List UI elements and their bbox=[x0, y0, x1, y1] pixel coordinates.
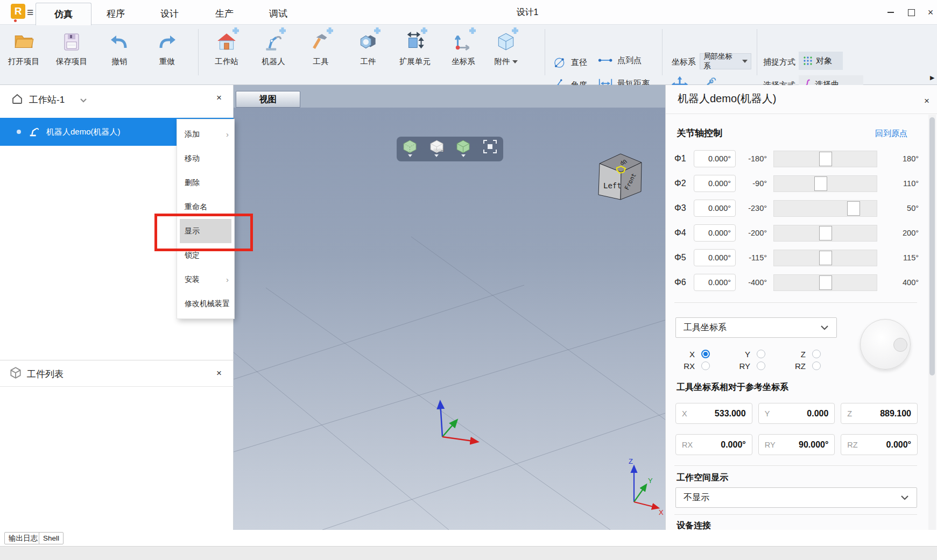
minimize-button[interactable] bbox=[884, 6, 898, 19]
slider-thumb[interactable] bbox=[819, 152, 832, 166]
jog-wheel-knob[interactable] bbox=[893, 338, 907, 352]
view-cube[interactable]: Left Front Up bbox=[595, 147, 645, 204]
workspace-display-select[interactable]: 不显示 bbox=[675, 487, 917, 508]
tab-program[interactable]: 程序 bbox=[89, 8, 143, 20]
close-button[interactable]: × bbox=[924, 6, 937, 19]
return-to-origin-link[interactable]: 回到原点 bbox=[875, 129, 907, 139]
tab-design[interactable]: 设计 bbox=[143, 8, 196, 20]
scrollbar-thumb[interactable] bbox=[929, 117, 935, 375]
radio-icon[interactable] bbox=[701, 361, 710, 370]
menu-item-install[interactable]: 安装› bbox=[180, 267, 231, 292]
create-part-button[interactable]: 工件 bbox=[344, 28, 392, 67]
redo-button[interactable]: 重做 bbox=[143, 28, 191, 67]
create-tool-button[interactable]: 工具 bbox=[297, 28, 344, 67]
menu-item-move[interactable]: 移动 bbox=[180, 146, 231, 171]
axis-radio-y[interactable]: Y bbox=[732, 349, 765, 359]
chevron-down-icon[interactable] bbox=[512, 60, 518, 63]
joint-value-input[interactable]: 0.000° bbox=[694, 249, 736, 266]
axis-radio-z[interactable]: Z bbox=[787, 349, 821, 359]
pose-rx-field[interactable]: RX0.000° bbox=[675, 434, 752, 455]
create-frame-button[interactable]: 坐标系 bbox=[440, 28, 487, 67]
measure-point-to-point-button[interactable]: 点到点 bbox=[597, 55, 642, 66]
shell-tab[interactable]: Shell bbox=[39, 532, 64, 544]
radio-icon[interactable] bbox=[812, 350, 821, 358]
slider-thumb[interactable] bbox=[814, 176, 827, 191]
viewport-canvas[interactable]: Z Y X Solid bbox=[234, 108, 665, 530]
joint-slider[interactable] bbox=[773, 250, 877, 266]
create-attachment-button[interactable]: 附件 bbox=[482, 28, 530, 67]
measure-diameter-button[interactable]: 直径 bbox=[552, 55, 587, 70]
pose-y-field[interactable]: Y0.000 bbox=[758, 403, 835, 424]
slider-thumb[interactable] bbox=[819, 226, 832, 240]
joint-row: Φ5 0.000° -115° 115° bbox=[674, 249, 919, 267]
joint-value-input[interactable]: 0.000° bbox=[694, 224, 736, 242]
pose-ry-field[interactable]: RY90.000° bbox=[758, 434, 835, 455]
coordinate-system-dropdown[interactable]: 局部坐标系 bbox=[700, 53, 751, 69]
tab-production[interactable]: 生产 bbox=[198, 8, 251, 20]
panel-title: 机器人demo(机器人) bbox=[678, 91, 776, 106]
chevron-down-icon bbox=[461, 154, 466, 157]
joint-value-input[interactable]: 0.000° bbox=[694, 200, 736, 217]
shaded-cube-button[interactable] bbox=[456, 139, 470, 157]
submenu-arrow-icon: › bbox=[226, 275, 229, 284]
axis-radio-rz[interactable]: RZ bbox=[787, 361, 821, 371]
axis-radio-rx[interactable]: RX bbox=[677, 361, 710, 371]
slider-thumb[interactable] bbox=[819, 251, 832, 265]
slider-thumb[interactable] bbox=[819, 275, 832, 290]
joint-slider[interactable] bbox=[773, 274, 877, 291]
output-log-tab[interactable]: 输出日志 bbox=[4, 532, 42, 544]
solid-mode-button[interactable]: Solid bbox=[429, 139, 444, 157]
slider-thumb[interactable] bbox=[847, 201, 860, 216]
radio-icon[interactable] bbox=[812, 361, 821, 370]
ribbon-overflow-arrow-icon[interactable]: ▶ bbox=[930, 74, 934, 81]
menu-item-add[interactable]: 添加› bbox=[180, 122, 231, 146]
save-project-button[interactable]: 保存项目 bbox=[48, 28, 95, 67]
panel-close-button[interactable]: × bbox=[924, 96, 929, 107]
undo-button[interactable]: 撤销 bbox=[96, 28, 143, 67]
joint-value-input[interactable]: 0.000° bbox=[694, 150, 736, 167]
chevron-down-icon bbox=[742, 60, 748, 63]
plus-badge-icon bbox=[326, 27, 334, 37]
robot-properties-panel: 机器人demo(机器人) × 关节轴控制 回到原点 Φ1 0.000° -180… bbox=[665, 85, 937, 530]
tab-debug[interactable]: 调试 bbox=[251, 8, 305, 20]
radio-icon[interactable] bbox=[757, 361, 765, 370]
create-robot-button[interactable]: 机器人 bbox=[250, 28, 297, 67]
wireframe-cube-button[interactable] bbox=[403, 139, 417, 157]
joint-value-input[interactable]: 0.000° bbox=[694, 274, 736, 291]
section-divider bbox=[674, 302, 917, 303]
parts-list-close-button[interactable]: × bbox=[216, 368, 222, 379]
plus-badge-icon bbox=[374, 27, 381, 37]
menu-item-modify-mechanism[interactable]: 修改机械装置 bbox=[180, 292, 231, 316]
radio-icon[interactable] bbox=[701, 350, 710, 358]
plus-badge-icon bbox=[279, 27, 286, 37]
joint-slider[interactable] bbox=[773, 200, 877, 217]
object-grid-icon bbox=[803, 56, 813, 66]
joint-slider[interactable] bbox=[773, 175, 877, 192]
zoom-fit-button[interactable] bbox=[483, 139, 497, 154]
tool-frame-select[interactable]: 工具坐标系 bbox=[675, 317, 837, 338]
joint-slider[interactable] bbox=[773, 225, 877, 242]
chevron-down-icon[interactable] bbox=[80, 98, 87, 103]
pose-z-field[interactable]: Z889.100 bbox=[841, 403, 918, 424]
create-extension-unit-button[interactable]: 扩展单元 bbox=[391, 28, 439, 67]
create-workstation-button[interactable]: 工作站 bbox=[203, 28, 250, 67]
pose-rz-field[interactable]: RZ0.000° bbox=[841, 434, 918, 455]
pose-x-field[interactable]: X533.000 bbox=[675, 403, 752, 424]
view-tab[interactable]: 视图 bbox=[236, 91, 300, 108]
axis-y-label: Y bbox=[648, 477, 653, 485]
hamburger-menu-icon[interactable]: ≡ bbox=[27, 6, 33, 19]
joint-slider[interactable] bbox=[773, 151, 877, 167]
snap-mode-object-button[interactable]: 对象 bbox=[799, 52, 843, 70]
viewport-3d[interactable]: 视图 bbox=[234, 85, 665, 530]
axis-radio-ry[interactable]: RY bbox=[732, 361, 765, 371]
tab-simulation[interactable]: 仿真 bbox=[36, 3, 91, 25]
maximize-button[interactable] bbox=[904, 6, 918, 19]
axis-radio-x[interactable]: X bbox=[677, 349, 710, 359]
menu-item-delete[interactable]: 删除 bbox=[180, 171, 231, 195]
workstation-panel-close-button[interactable]: × bbox=[216, 93, 222, 103]
axis-z-label: Z bbox=[629, 457, 633, 465]
joint-value-input[interactable]: 0.000° bbox=[694, 175, 736, 192]
open-project-button[interactable]: 打开项目 bbox=[0, 28, 47, 67]
radio-icon[interactable] bbox=[757, 350, 765, 358]
jog-wheel[interactable] bbox=[860, 319, 911, 370]
